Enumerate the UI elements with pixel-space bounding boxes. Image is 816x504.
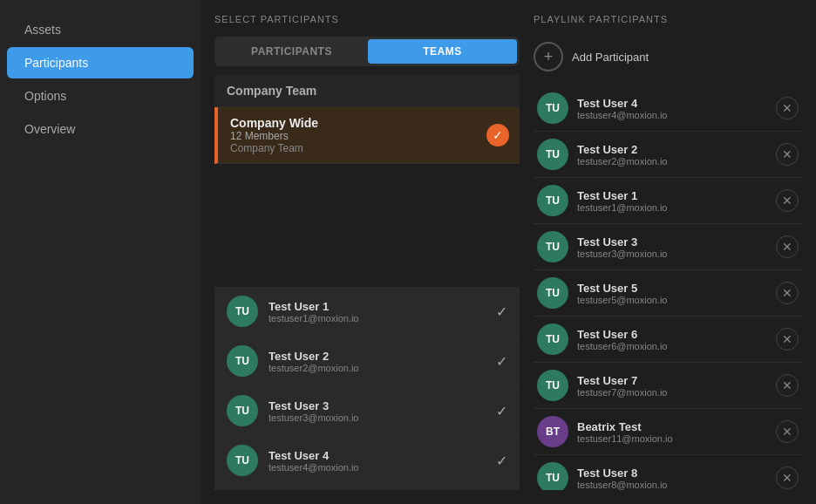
avatar: TU — [537, 231, 568, 262]
list-item: TU Test User 1 testuser1@moxion.io ✕ — [534, 178, 802, 224]
playlink-list: TU Test User 4 testuser4@moxion.io ✕ TU … — [534, 85, 802, 490]
remove-participant-button[interactable]: ✕ — [776, 328, 799, 351]
team-item-company-team[interactable]: Company Team — [214, 75, 520, 107]
list-item: TU Test User 8 testuser8@moxion.io ✕ — [534, 455, 802, 490]
select-panel: SELECT PARTICIPANTS PARTICIPANTS TEAMS C… — [214, 14, 520, 490]
list-item[interactable]: TU Test User 1 testuser1@moxion.io ✓ — [214, 287, 520, 337]
avatar: TU — [537, 185, 568, 216]
team-item-company-wide[interactable]: Company Wide 12 Members Company Team ✓ — [214, 107, 520, 164]
avatar: TU — [537, 462, 568, 490]
avatar: TU — [537, 139, 568, 170]
tab-teams[interactable]: TEAMS — [368, 39, 517, 64]
avatar: TU — [537, 370, 568, 401]
remove-participant-button[interactable]: ✕ — [776, 189, 799, 212]
sidebar-item-assets[interactable]: Assets — [7, 14, 194, 45]
list-item[interactable]: TU Test User 2 testuser2@moxion.io ✓ — [214, 337, 520, 386]
user-info: Test User 4 testuser4@moxion.io — [269, 449, 486, 473]
list-item[interactable]: TU Test User 4 testuser4@moxion.io ✓ — [214, 436, 520, 486]
user-info: Test User 2 testuser2@moxion.io — [269, 350, 486, 373]
remove-participant-button[interactable]: ✕ — [776, 282, 799, 304]
user-info: Test User 3 testuser3@moxion.io — [269, 399, 486, 423]
user-info: Test User 3 testuser3@moxion.io — [577, 235, 767, 259]
list-item: TU Test User 6 testuser6@moxion.io ✕ — [534, 317, 802, 363]
list-item: TU Test User 5 testuser5@moxion.io ✕ — [534, 270, 802, 317]
sidebar-item-options[interactable]: Options — [7, 80, 194, 112]
check-icon: ✓ — [496, 353, 507, 370]
avatar: TU — [227, 395, 258, 426]
remove-participant-button[interactable]: ✕ — [776, 235, 799, 258]
list-item: BT Beatrix Test testuser11@moxion.io ✕ — [534, 409, 802, 455]
tabs-container: PARTICIPANTS TEAMS — [214, 37, 520, 66]
sidebar-item-overview[interactable]: Overview — [7, 113, 194, 145]
remove-participant-button[interactable]: ✕ — [776, 143, 799, 166]
main-content: SELECT PARTICIPANTS PARTICIPANTS TEAMS C… — [201, 0, 816, 504]
user-list: TU Test User 1 testuser1@moxion.io ✓ TU … — [214, 287, 520, 490]
remove-participant-button[interactable]: ✕ — [776, 467, 799, 489]
avatar: TU — [227, 345, 258, 377]
remove-participant-button[interactable]: ✕ — [776, 420, 799, 443]
user-info: Beatrix Test testuser11@moxion.io — [577, 420, 767, 444]
add-participant-label: Add Participant — [572, 51, 649, 64]
avatar: TU — [537, 324, 568, 355]
list-item: TU Test User 2 testuser2@moxion.io ✕ — [534, 132, 802, 178]
team-checkmark: ✓ — [486, 124, 509, 146]
team-list: Company Team Company Wide 12 Members Com… — [214, 75, 520, 278]
list-item[interactable]: TU Test User 3 testuser3@moxion.io ✓ — [214, 386, 520, 436]
list-item: TU Test User 7 testuser7@moxion.io ✕ — [534, 363, 802, 409]
user-info: Test User 6 testuser6@moxion.io — [577, 328, 767, 351]
user-info: Test User 7 testuser7@moxion.io — [577, 374, 767, 398]
remove-participant-button[interactable]: ✕ — [776, 97, 799, 119]
playlink-panel: PLAYLINK PARTICIPANTS + Add Participant … — [534, 14, 802, 490]
user-info: Test User 8 testuser8@moxion.io — [577, 467, 767, 490]
check-icon: ✓ — [496, 403, 507, 419]
list-item: TU Test User 4 testuser4@moxion.io ✕ — [534, 85, 802, 132]
add-participant-icon: + — [534, 42, 563, 72]
playlink-panel-title: PLAYLINK PARTICIPANTS — [534, 14, 802, 24]
check-icon: ✓ — [496, 453, 507, 469]
avatar: BT — [537, 416, 568, 447]
select-panel-title: SELECT PARTICIPANTS — [214, 14, 520, 24]
user-info: Test User 1 testuser1@moxion.io — [577, 189, 767, 213]
list-item[interactable]: TU Test User 5 testuser5@moxion.io ✓ — [214, 486, 520, 490]
user-info: Test User 2 testuser2@moxion.io — [577, 143, 767, 167]
avatar: TU — [537, 92, 568, 124]
add-participant-row[interactable]: + Add Participant — [534, 35, 802, 78]
user-info: Test User 5 testuser5@moxion.io — [577, 282, 767, 305]
check-icon: ✓ — [496, 303, 507, 320]
avatar: TU — [227, 296, 258, 327]
user-info: Test User 1 testuser1@moxion.io — [269, 300, 486, 324]
avatar: TU — [227, 445, 258, 476]
avatar: TU — [537, 277, 568, 309]
user-info: Test User 4 testuser4@moxion.io — [577, 97, 767, 120]
list-item: TU Test User 3 testuser3@moxion.io ✕ — [534, 224, 802, 270]
tab-participants[interactable]: PARTICIPANTS — [217, 39, 366, 64]
sidebar: Assets Participants Options Overview — [0, 0, 201, 504]
sidebar-item-participants[interactable]: Participants — [7, 47, 194, 78]
remove-participant-button[interactable]: ✕ — [776, 374, 799, 397]
